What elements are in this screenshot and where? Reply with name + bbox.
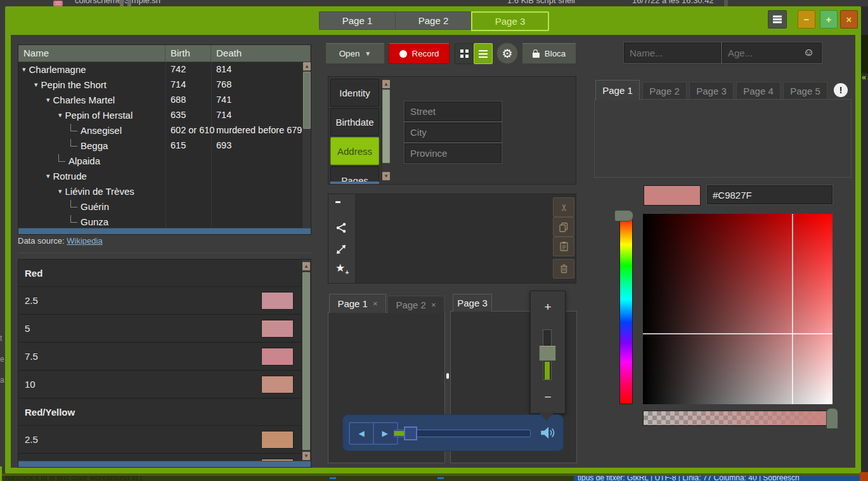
tree-vertical-scrollbar[interactable]: ▲	[302, 62, 311, 229]
column-header-birth[interactable]: Birth	[165, 45, 211, 62]
open-button[interactable]: Open ▼	[325, 43, 385, 64]
tree-row[interactable]: ▾ Gunza	[18, 214, 303, 229]
zoom-out-button[interactable]: −	[531, 390, 565, 404]
hue-slider-handle[interactable]	[614, 210, 633, 221]
scroll-thumb[interactable]	[303, 72, 311, 129]
notebook-tab[interactable]: Page 1 ×	[329, 294, 386, 313]
list-item[interactable]: 5	[18, 315, 301, 343]
seek-slider-handle[interactable]	[404, 426, 417, 440]
vertical-slider-handle[interactable]	[539, 346, 556, 361]
notebook-tab[interactable]: Page 3	[689, 82, 734, 99]
titlebar-tab[interactable]: Page 2	[395, 11, 471, 30]
grid-view-toggle[interactable]	[455, 43, 474, 64]
name-input[interactable]	[624, 43, 721, 63]
expand-icon[interactable]	[335, 244, 347, 257]
copy-button[interactable]	[553, 217, 574, 237]
settings-button[interactable]: ⚙	[496, 43, 518, 64]
tree-row[interactable]: ▾ Alpaida	[18, 153, 303, 168]
tree-cell-name: Begga	[81, 140, 108, 151]
maximize-button[interactable]: +	[820, 10, 838, 29]
tree-indent	[18, 221, 70, 222]
cut-button[interactable]: ✂	[553, 197, 574, 217]
pane-divider-handle[interactable]	[446, 373, 449, 379]
column-header-death[interactable]: Death	[211, 45, 311, 62]
list-item[interactable]: 2.5	[18, 287, 301, 315]
scroll-up-icon[interactable]: ▲	[382, 80, 390, 88]
tree-row[interactable]: ▾ Guérin	[18, 199, 303, 214]
expander-icon[interactable]: ▾	[46, 96, 50, 104]
sidebar-scrollbar[interactable]: ▲ ▼	[381, 79, 390, 181]
expander-icon[interactable]: ▾	[58, 187, 62, 195]
saturation-value-plane[interactable]	[643, 214, 832, 404]
list-view-toggle[interactable]	[474, 43, 493, 64]
smiley-icon[interactable]: ☺	[803, 46, 814, 59]
notebook-tab[interactable]: Page 4	[736, 82, 781, 99]
notebook-tab[interactable]: Page 2 ×	[387, 296, 444, 313]
sidebar-item[interactable]: Birthdate	[330, 108, 379, 136]
paste-button[interactable]	[553, 237, 574, 256]
form-field-street[interactable]	[405, 102, 502, 121]
volume-icon[interactable]	[539, 425, 555, 441]
tree-row[interactable]: ▾ Pepin of Herstal 635 714	[18, 107, 303, 122]
expander-icon[interactable]: ▾	[22, 65, 26, 74]
tree-row[interactable]: ▾ Rotrude	[18, 168, 303, 183]
titlebar-tab[interactable]: Page 3	[471, 11, 549, 31]
list-horizontal-scrollbar[interactable]	[18, 461, 311, 467]
scroll-up-icon[interactable]: ▲	[303, 62, 311, 70]
scroll-down-icon[interactable]: ▼	[382, 172, 390, 180]
current-color-swatch[interactable]	[644, 185, 701, 206]
alpha-slider[interactable]	[643, 411, 832, 426]
hex-color-input[interactable]	[707, 185, 832, 204]
notebook-tab-label: Page 3	[696, 86, 727, 96]
alert-icon[interactable]: !	[834, 83, 848, 97]
notebook-tab[interactable]: Page 5	[783, 82, 827, 99]
tree-cell-name: Alpaida	[68, 155, 100, 166]
close-tab-icon[interactable]: ×	[431, 300, 436, 310]
list-item[interactable]: 10	[18, 371, 301, 399]
tree-row[interactable]: ▾ Charles Martel 688 741	[18, 92, 303, 107]
tree-row[interactable]: ▾ Pepin the Short 714 768	[18, 77, 303, 92]
hue-slider[interactable]	[619, 214, 633, 404]
tree-row[interactable]: ▾ Begga 615 693	[18, 138, 303, 153]
form-field-city[interactable]	[405, 122, 502, 142]
scroll-thumb[interactable]	[382, 89, 390, 163]
sidebar-item-label: Birthdate	[335, 117, 373, 128]
scroll-down-icon[interactable]: ▼	[302, 452, 310, 460]
list-item[interactable]: 7.5	[18, 343, 301, 371]
sidebar-item[interactable]: Identity	[330, 79, 379, 107]
file-icon	[53, 1, 63, 6]
notebook-tab[interactable]: Page 1	[595, 80, 640, 100]
previous-button[interactable]: ◀	[349, 422, 374, 445]
notebook-tab[interactable]: Page 3	[453, 294, 492, 312]
column-header-name[interactable]: Name	[18, 45, 165, 62]
tree-row[interactable]: ▾ Charlemagne 742 814	[18, 62, 303, 77]
tree-row[interactable]: ▾ Ansegisel 602 or 610 murdered before 6…	[18, 122, 303, 138]
titlebar-tab[interactable]: Page 1	[319, 11, 395, 30]
form-field-province[interactable]	[405, 143, 502, 163]
tree-horizontal-scrollbar[interactable]	[18, 228, 311, 234]
alpha-slider-handle[interactable]	[826, 408, 838, 429]
notebook-tab[interactable]: Page 2	[642, 82, 687, 99]
close-tab-icon[interactable]: ×	[373, 299, 378, 308]
list-item[interactable]: 2.5	[18, 426, 301, 454]
record-button[interactable]: Record	[389, 43, 450, 64]
lock-button[interactable]: Bloca	[522, 43, 576, 64]
share-icon[interactable]	[335, 222, 347, 235]
close-button[interactable]: ×	[840, 10, 858, 29]
tree-row[interactable]: ▾ Liévin de Trèves	[18, 183, 303, 199]
sidebar-item[interactable]: Address	[330, 137, 379, 165]
wikipedia-link[interactable]: Wikipedia	[67, 236, 102, 246]
minimize-button[interactable]: −	[798, 10, 815, 29]
expander-icon[interactable]: ▾	[34, 81, 38, 89]
star-new-icon[interactable]: ★	[335, 262, 345, 274]
expander-icon[interactable]: ▾	[58, 111, 62, 119]
scroll-thumb[interactable]	[302, 272, 310, 450]
expander-icon[interactable]: ▾	[46, 172, 50, 180]
lock-icon	[533, 53, 540, 58]
scroll-up-icon[interactable]: ▲	[302, 262, 310, 270]
menu-button[interactable]	[768, 10, 787, 29]
background-block	[860, 472, 868, 481]
zoom-in-button[interactable]: +	[531, 300, 565, 314]
list-vertical-scrollbar[interactable]: ▲ ▼	[301, 260, 311, 467]
delete-button[interactable]	[553, 259, 574, 279]
